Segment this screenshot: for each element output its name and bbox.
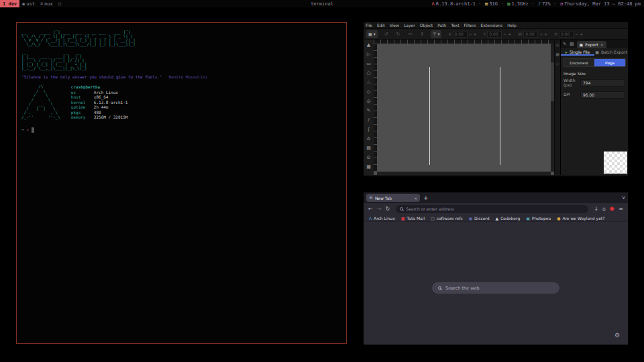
fetch-output: /\ / \ / \ / \ / __ \ / | | \ / . . \ /_…	[21, 84, 341, 120]
workspace-tag-dev[interactable]: 1 dev	[0, 0, 19, 7]
workspace-tag-ust[interactable]: ◉ust	[19, 0, 38, 7]
calligraphy-tool-icon[interactable]: ∫	[368, 125, 370, 134]
snap-others-icon[interactable]: ◇	[556, 61, 559, 66]
menu-item[interactable]: Object	[420, 23, 433, 27]
bookmark-wayland[interactable]: ●Are we Wayland yet?	[557, 216, 604, 221]
browser-tab-new-tab[interactable]: ⊕ New Tab ×	[366, 194, 420, 202]
terminal-window[interactable]: _ _ __ ____ | | ___ ___ _ __ ___ ___ | |…	[16, 22, 347, 344]
stepper-minus[interactable]: −	[539, 32, 543, 36]
browser-tab-bar: ⊕ New Tab × + ∨	[364, 192, 628, 203]
home-button[interactable]: ⌂	[602, 206, 606, 212]
new-tab-button[interactable]: +	[423, 194, 429, 201]
export-preview-thumbnail	[604, 152, 627, 174]
snap-nodes-icon[interactable]: ▦	[555, 52, 559, 56]
gradient-tool-icon[interactable]: ▤	[366, 143, 371, 153]
coord-input[interactable]: 0.00	[487, 31, 502, 38]
tab-batch-export[interactable]: ▦Batch Export	[594, 48, 628, 56]
text-tool-icon[interactable]: A	[367, 134, 370, 143]
menu-item[interactable]: Extensions	[481, 23, 503, 27]
list-tabs-chevron-icon[interactable]: ∨	[622, 195, 625, 200]
dock-tab-strip: ✎▤ ▣Export×	[561, 40, 628, 48]
workspace-tag-mux[interactable]: ⌘mux	[38, 0, 56, 7]
stepper-plus[interactable]: +	[580, 32, 583, 36]
spiral-tool-icon[interactable]: ◎	[366, 97, 370, 106]
menu-item[interactable]: File	[366, 23, 372, 27]
menu-item[interactable]: View	[390, 23, 399, 27]
vertical-scrollbar[interactable]	[551, 44, 554, 172]
selector-tool-icon[interactable]: ▲	[367, 40, 370, 50]
dpi-input[interactable]: 96.00	[580, 91, 625, 99]
stepper-minus[interactable]: −	[503, 32, 506, 36]
bookmark-photopea[interactable]: ▣Photopea	[526, 216, 551, 221]
stepper-plus[interactable]: +	[508, 32, 511, 36]
reload-button[interactable]: ↻	[385, 206, 390, 212]
menu-item[interactable]: Layer	[404, 23, 415, 27]
dpi-label: DPI	[564, 93, 578, 97]
coord-input[interactable]: 0.00	[453, 31, 468, 38]
coord-input[interactable]: 0.00	[523, 31, 538, 38]
rotate-ccw-icon[interactable]: ↺	[384, 32, 388, 37]
workspace-tag-4[interactable]: □	[56, 0, 64, 7]
stepper-plus[interactable]: +	[474, 32, 477, 36]
flip-horizontal-icon[interactable]: ↔	[408, 32, 412, 37]
grid-icon: ▦	[368, 32, 372, 36]
ellipse-tool-icon[interactable]: ○	[366, 68, 370, 78]
pencil-tool-icon[interactable]: ✎	[367, 106, 371, 115]
page-button[interactable]: Page	[594, 59, 625, 66]
close-icon[interactable]: ×	[600, 42, 604, 47]
star-tool-icon[interactable]: ☆	[366, 78, 370, 87]
pages-tool-icon[interactable]: ▦	[366, 162, 371, 172]
rotate-cw-icon[interactable]: ↻	[396, 32, 400, 37]
export-dialog-tab[interactable]: ▣Export×	[577, 41, 606, 48]
downloads-button[interactable]: ↓	[594, 206, 599, 212]
swatches-dialog-icon[interactable]: ▤	[570, 42, 574, 47]
inkscape-canvas[interactable]	[374, 40, 554, 175]
bookmark-arch-linux[interactable]: ΛArch Linux	[369, 216, 395, 221]
flip-vertical-icon[interactable]: ↕	[420, 32, 424, 37]
back-button[interactable]: ←	[368, 206, 373, 212]
node-tool-icon[interactable]: ▷	[367, 50, 370, 59]
align-dropdown[interactable]: ⊤▾	[431, 30, 441, 38]
width-input[interactable]: 794	[580, 79, 625, 86]
chevron-down-icon: ▾	[437, 32, 439, 36]
new-tab-page: Search the web ⚙	[364, 222, 628, 345]
status-modules: Λ6.13.8-arch1-1▤31G▥1.3GHz♪72%◔Thursday,…	[432, 1, 644, 7]
prompt-path: ~	[21, 127, 24, 133]
rect-tool-icon[interactable]: ▭	[366, 59, 371, 68]
coord-input[interactable]: 0.00	[559, 31, 574, 38]
horizontal-scrollbar[interactable]	[377, 172, 551, 175]
snap-bbox-icon[interactable]: ◎	[555, 42, 559, 47]
stepper-minus[interactable]: −	[575, 32, 578, 36]
forward-button[interactable]: →	[377, 206, 382, 212]
dropper-tool-icon[interactable]: ⊙	[367, 153, 371, 162]
bookmark-codeberg[interactable]: ▲Codeberg	[496, 216, 521, 221]
bookmark-favicon: ■	[401, 216, 405, 221]
close-tab-icon[interactable]: ×	[414, 196, 417, 200]
menu-item[interactable]: Text	[451, 23, 459, 27]
menu-item[interactable]: Edit	[377, 23, 385, 27]
menu-item[interactable]: Help	[507, 23, 517, 27]
stepper-plus[interactable]: +	[544, 32, 547, 36]
bookmark-favicon: ▲	[496, 216, 499, 221]
menu-item[interactable]: Filters	[464, 23, 476, 27]
bookmark-tuta-mail[interactable]: ■Tuta Mail	[401, 216, 425, 221]
tab-single-file[interactable]: ▸Single File	[561, 48, 594, 56]
tool-controls-bar: ▦▾ ↺↻↔↕ ⊤▾ X0.00−+Y0.00−+W0.00−+H0.00−+	[364, 28, 628, 40]
extension-icon[interactable]	[610, 206, 614, 211]
selection-mode-dropdown[interactable]: ▦▾	[366, 30, 378, 38]
document-button[interactable]: Document	[564, 59, 594, 66]
stepper-minus[interactable]: −	[469, 32, 472, 36]
shell-prompt[interactable]: ~ ›	[21, 127, 341, 133]
pen-tool-icon[interactable]: ∕	[368, 115, 369, 125]
box3d-tool-icon[interactable]: ◇	[367, 87, 370, 97]
bookmark-discord[interactable]: ●Discord	[469, 216, 490, 221]
menu-button[interactable]: ≡	[619, 206, 623, 212]
menu-item[interactable]: Path	[437, 23, 446, 27]
bookmark-software-refs[interactable]: □software refs	[431, 216, 463, 221]
search-icon	[400, 207, 403, 210]
gear-icon[interactable]: ⚙	[614, 332, 620, 339]
url-bar[interactable]: Search or enter address	[396, 205, 588, 213]
web-search-input[interactable]: Search the web	[432, 282, 559, 294]
pencil-dialog-icon[interactable]: ✎	[563, 42, 567, 47]
scrollbar-thumb[interactable]	[551, 62, 554, 101]
